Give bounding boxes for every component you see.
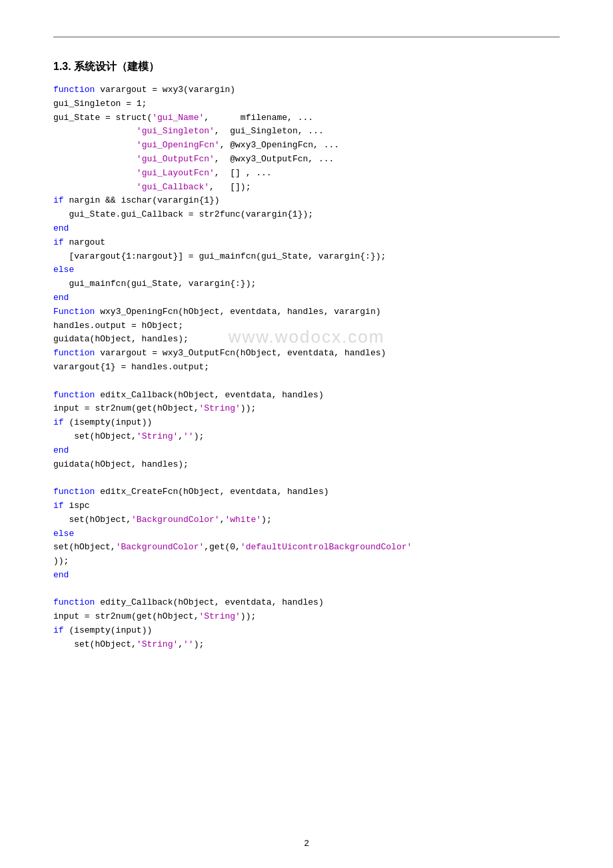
kw-if-4: if — [53, 501, 64, 511]
kw-if-5: if — [53, 625, 64, 635]
kw-end-4: end — [53, 570, 69, 580]
kw-function-3: function — [53, 348, 95, 358]
kw-else-1: else — [53, 265, 74, 275]
kw-function-5: function — [53, 487, 95, 497]
code-normal-31: , — [178, 639, 183, 649]
code-normal-6: , []); — [209, 182, 251, 192]
kw-function-1: function — [53, 85, 95, 95]
kw-function-4: function — [53, 390, 95, 400]
str-gui-singleton: 'gui_Singleton' — [137, 126, 215, 136]
str-string-1: 'String' — [199, 403, 240, 413]
str-string-4: 'String' — [137, 639, 178, 649]
kw-end-3: end — [53, 445, 69, 455]
code-normal-12: wxy3_OpeningFcn(hObject, eventdata, hand… — [53, 307, 381, 345]
code-block: function varargout = wxy3(varargin) gui_… — [53, 83, 560, 652]
code-normal-18: ); — [194, 431, 205, 441]
str-empty-1: '' — [183, 431, 194, 441]
code-normal-21: ispc set(hObject, — [53, 501, 131, 525]
kw-end-2: end — [53, 293, 69, 303]
code-normal-9: nargout [varargout{1:nargout}] = gui_mai… — [53, 237, 386, 261]
kw-if-3: if — [53, 417, 64, 427]
str-bgcolor-2: 'BackgroundColor' — [116, 542, 205, 552]
code-normal-23: ); — [261, 515, 272, 525]
kw-else-2: else — [53, 529, 74, 539]
kw-function-6: function — [53, 597, 95, 607]
str-string-2: 'String' — [137, 431, 178, 441]
code-normal-32: ); — [194, 639, 205, 649]
str-gui-layoutfcn: 'gui_LayoutFcn' — [137, 168, 215, 178]
top-border — [53, 37, 560, 37]
kw-if-2: if — [53, 237, 64, 247]
str-gui-name: 'gui_Name' — [152, 113, 204, 123]
str-gui-outputfcn: 'gui_OutputFcn' — [137, 154, 215, 164]
code-normal-29: )); — [241, 611, 256, 621]
page-number: 2 — [304, 838, 308, 848]
str-string-3: 'String' — [199, 611, 240, 621]
str-empty-2: '' — [183, 639, 194, 649]
kw-function-2: Function — [53, 307, 95, 317]
code-normal-7: nargin && ischar(varargin{1}) gui_State.… — [53, 195, 313, 219]
str-white: 'white' — [225, 515, 261, 525]
code-normal-26: )); — [53, 556, 69, 566]
kw-end-1: end — [53, 223, 69, 233]
code-normal-17: , — [178, 431, 183, 441]
str-bgcolor: 'BackgroundColor' — [131, 515, 220, 525]
kw-if-1: if — [53, 195, 64, 205]
code-normal-24: set(hObject, — [53, 542, 116, 552]
code-normal-15: )); — [241, 403, 256, 413]
str-gui-callback: 'gui_Callback' — [137, 182, 209, 192]
str-gui-openingfcn: 'gui_OpeningFcn' — [137, 140, 220, 150]
section-title: 1.3. 系统设计（建模） — [53, 60, 560, 74]
code-normal-25: ,get(0, — [204, 542, 241, 552]
code-normal-20: editx_CreateFcn(hObject, eventdata, hand… — [95, 487, 328, 497]
code-normal-19: guidata(hObject, handles); — [53, 459, 189, 469]
page-container: 1.3. 系统设计（建模） function varargout = wxy3(… — [0, 0, 613, 868]
code-normal-10: gui_mainfcn(gui_State, varargin{:}); — [53, 279, 256, 289]
str-defaultbgcolor: 'defaultUicontrolBackgroundColor' — [241, 542, 412, 552]
code-normal-13: varargout = wxy3_OutputFcn(hObject, even… — [53, 348, 386, 372]
